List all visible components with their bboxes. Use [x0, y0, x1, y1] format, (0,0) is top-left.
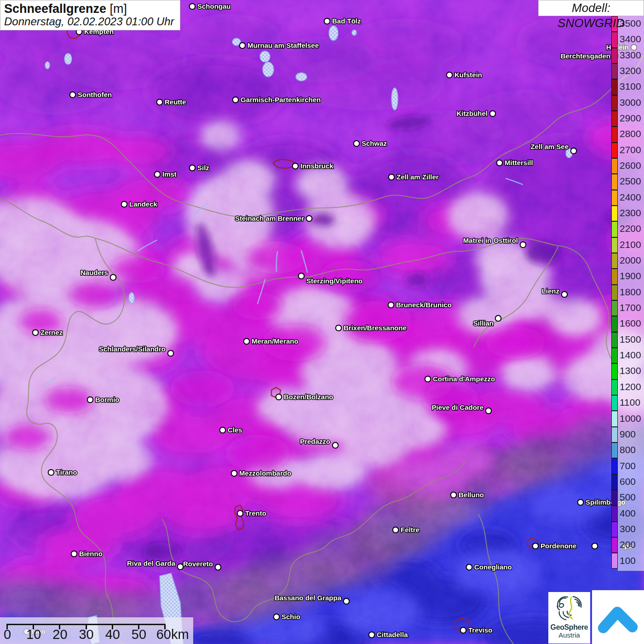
title-parameter: Schneefallgrenze: [4, 2, 106, 16]
colorbar-segment-200: [611, 537, 618, 553]
colorbar-label-1200: 1200: [620, 382, 641, 391]
colorbar-segment-500: [611, 490, 618, 506]
title-box: Schneefallgrenze [m] Donnerstag, 02.02.2…: [0, 0, 180, 30]
scalebar-label-20: 20: [52, 627, 67, 642]
colorbar-label-2400: 2400: [620, 192, 641, 202]
colorbar-label-1300: 1300: [620, 366, 641, 375]
scalebar-label-50: 50: [132, 627, 146, 642]
colorbar-label-2000: 2000: [620, 255, 641, 265]
colorbar-label-800: 800: [620, 445, 636, 454]
colorbar-segment-1700: [611, 300, 618, 316]
scalebar-label-30: 30: [79, 627, 93, 642]
geosphere-logo: GeoSphere Austria: [548, 592, 590, 644]
geosphere-logo-subtext: Austria: [548, 631, 590, 639]
colorbar-segment-300: [611, 522, 618, 537]
colorbar-label-100: 100: [620, 556, 636, 565]
terrain-grain-noise: [0, 0, 644, 644]
lake-achensee: [391, 88, 398, 110]
scalebar-label-40: 40: [105, 627, 120, 642]
colorbar-label-300: 300: [620, 524, 636, 534]
colorbar-segment-3100: [611, 79, 618, 95]
colorbar-segment-2800: [611, 126, 618, 142]
colorbar-label-2800: 2800: [620, 129, 641, 138]
colorbar-label-500: 500: [620, 492, 636, 502]
scalebar-label-0: 0: [4, 627, 11, 642]
colorbar-segment-900: [611, 427, 618, 443]
geosphere-logo-text: GeoSphere: [548, 623, 590, 631]
colorbar-label-3300: 3300: [620, 50, 641, 60]
colorbar-segment-2500: [611, 174, 618, 190]
colorbar-segment-3200: [611, 63, 618, 79]
colorbar-segment-400: [611, 506, 618, 521]
colorbar-label-2600: 2600: [620, 161, 641, 170]
colorbar-segment-1300: [611, 363, 618, 379]
colorbar-segment-1900: [611, 269, 618, 284]
colorbar-label-2500: 2500: [620, 176, 641, 186]
colorbar-label-1700: 1700: [620, 303, 641, 312]
map-datetime: Donnerstag, 02.02.2023 01:00 Uhr: [4, 16, 174, 28]
distance-scalebar: 0102030405060km: [0, 617, 193, 644]
colorbar-label-3100: 3100: [620, 81, 641, 91]
colorbar-segment-2200: [611, 221, 618, 237]
colorbar-label-1100: 1100: [620, 397, 640, 407]
colorbar-segment-2700: [611, 143, 618, 158]
map-title: Schneefallgrenze [m]: [4, 2, 174, 16]
colorbar-label-400: 400: [620, 508, 636, 518]
colorbar-label-2100: 2100: [620, 240, 641, 249]
partner-logo: [592, 590, 644, 644]
colorbar-segment-3300: [611, 48, 618, 63]
colorbar-label-600: 600: [620, 477, 636, 486]
colorbar-segment-1200: [611, 380, 618, 395]
colorbar: [611, 16, 618, 569]
blue-mountain-icon: [596, 595, 640, 639]
colorbar-segment-1500: [611, 332, 618, 348]
colorbar-label-700: 700: [620, 461, 636, 471]
colorbar-segment-600: [611, 474, 618, 490]
colorbar-label-2300: 2300: [620, 208, 641, 218]
colorbar-segment-100: [611, 553, 618, 569]
colorbar-segment-700: [611, 458, 618, 474]
colorbar-label-3000: 3000: [620, 98, 641, 107]
colorbar-label-1900: 1900: [620, 271, 641, 281]
geosphere-contour-icon: [555, 594, 584, 621]
colorbar-segment-2100: [611, 237, 618, 253]
scalebar-label-60km: 60km: [156, 627, 189, 642]
colorbar-label-1600: 1600: [620, 318, 641, 328]
colorbar-label-3400: 3400: [620, 34, 641, 44]
colorbar-segment-2400: [611, 190, 618, 206]
title-unit: [m]: [106, 2, 127, 16]
model-label: Modell: SNOWGRID: [538, 0, 644, 16]
colorbar-segment-2900: [611, 111, 618, 126]
colorbar-label-1500: 1500: [620, 334, 641, 344]
colorbar-segment-3000: [611, 95, 618, 111]
colorbar-label-1800: 1800: [620, 287, 641, 297]
colorbar-segment-1400: [611, 348, 618, 363]
colorbar-segment-1800: [611, 285, 618, 300]
colorbar-label-200: 200: [620, 540, 636, 549]
snowfall-limit-map: SchongauBad TölzKemptenMurnau am Staffel…: [0, 0, 644, 644]
colorbar-label-2900: 2900: [620, 113, 641, 123]
colorbar-label-1000: 1000: [620, 414, 641, 423]
lake-zell: [566, 149, 572, 158]
colorbar-label-900: 900: [620, 429, 636, 439]
colorbar-segment-1600: [611, 316, 618, 332]
colorbar-segment-3400: [611, 32, 618, 47]
colorbar-label-2700: 2700: [620, 145, 641, 155]
colorbar-segment-2000: [611, 253, 618, 269]
colorbar-label-1400: 1400: [620, 350, 641, 360]
scalebar-label-10: 10: [26, 627, 41, 642]
colorbar-segment-800: [611, 443, 618, 458]
colorbar-segment-2600: [611, 158, 618, 174]
weather-map-canvas: [0, 0, 644, 644]
colorbar-segment-1000: [611, 411, 618, 426]
colorbar-label-2200: 2200: [620, 224, 641, 233]
colorbar-segment-2300: [611, 206, 618, 221]
colorbar-segment-1100: [611, 395, 618, 411]
colorbar-label-3200: 3200: [620, 66, 641, 75]
